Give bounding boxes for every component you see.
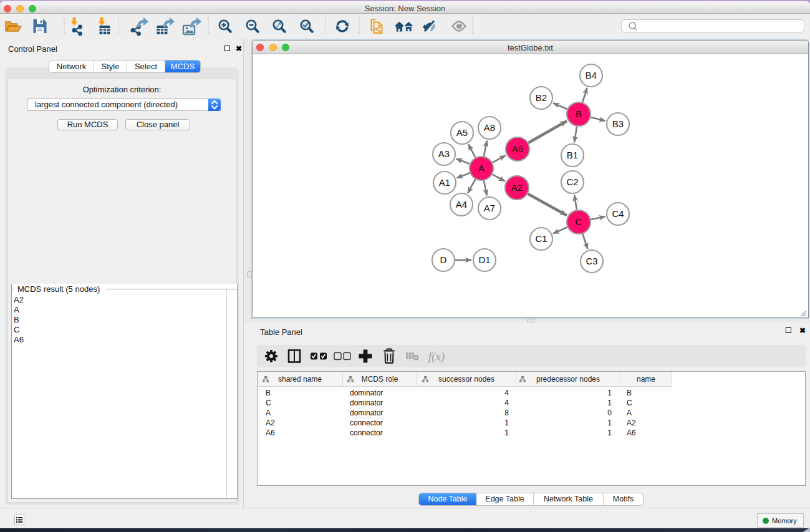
svg-text:A: A [478, 163, 485, 173]
svg-text:B: B [576, 109, 582, 119]
svg-text:D1: D1 [478, 254, 490, 265]
svg-text:C: C [576, 216, 582, 227]
svg-text:B1: B1 [567, 150, 578, 160]
svg-text:D: D [440, 254, 447, 265]
svg-text:C3: C3 [586, 256, 597, 266]
svg-text:A8: A8 [484, 122, 495, 133]
svg-text:A6: A6 [512, 143, 523, 154]
svg-text:C2: C2 [566, 177, 578, 187]
svg-text:C4: C4 [612, 208, 624, 219]
svg-text:A4: A4 [456, 199, 467, 210]
svg-text:B4: B4 [586, 70, 597, 80]
svg-text:B3: B3 [612, 118, 624, 129]
svg-text:A5: A5 [456, 127, 468, 138]
svg-text:A7: A7 [484, 203, 495, 213]
svg-text:A1: A1 [439, 177, 450, 188]
svg-text:A3: A3 [438, 148, 450, 159]
svg-text:C1: C1 [535, 233, 547, 244]
svg-text:B2: B2 [536, 92, 547, 103]
svg-text:f(x): f(x) [428, 350, 445, 364]
svg-text:A2: A2 [511, 182, 523, 193]
